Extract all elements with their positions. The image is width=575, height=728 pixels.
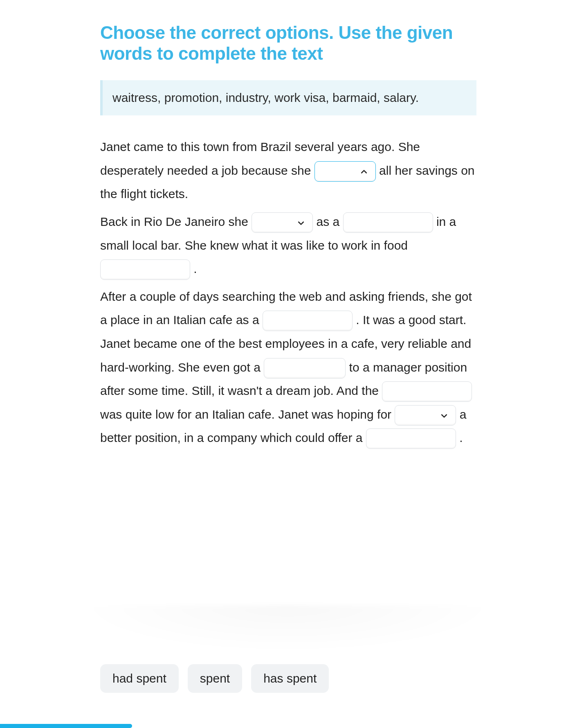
answer-area: had spent spent has spent <box>0 630 575 728</box>
options-row: had spent spent has spent <box>100 664 329 693</box>
gap-2-select[interactable] <box>252 212 313 233</box>
text-segment: was quite low for an Italian cafe. Janet… <box>100 408 395 421</box>
text-segment: . <box>193 262 197 275</box>
gap-5-input[interactable] <box>263 311 353 331</box>
gap-9-input[interactable] <box>366 428 456 449</box>
gap-8-select[interactable] <box>395 405 456 426</box>
text-segment: Back in Rio De Janeiro she <box>100 215 252 228</box>
gap-4-input[interactable] <box>100 259 190 280</box>
chevron-up-icon <box>360 162 368 171</box>
gap-3-input[interactable] <box>343 212 433 233</box>
gap-7-input[interactable] <box>382 381 472 402</box>
progress-bar <box>0 724 575 728</box>
chevron-down-icon <box>297 214 305 222</box>
option-3[interactable]: has spent <box>251 664 329 693</box>
passage: Janet came to this town from Brazil seve… <box>100 135 476 450</box>
gap-1-select[interactable] <box>314 161 376 182</box>
shadow-divider <box>70 605 505 654</box>
gap-6-input[interactable] <box>264 358 346 379</box>
text-segment: as a <box>317 215 343 228</box>
page-title: Choose the correct options. Use the give… <box>100 23 476 64</box>
chevron-down-icon <box>440 406 448 415</box>
option-1[interactable]: had spent <box>100 664 179 693</box>
text-segment: . <box>459 431 463 444</box>
word-bank: waitress, promotion, industry, work visa… <box>100 80 476 115</box>
progress-fill <box>0 724 132 728</box>
option-2[interactable]: spent <box>188 664 242 693</box>
